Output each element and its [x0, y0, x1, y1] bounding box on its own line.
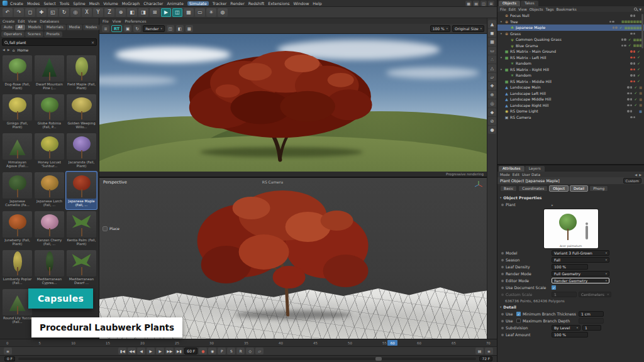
snap-icon[interactable]: ◆	[488, 108, 496, 116]
object-manager-menu-item[interactable]: Tags	[546, 8, 554, 11]
parameter-tab[interactable]: Phong	[589, 185, 608, 192]
editor-visibility-dot[interactable]	[630, 33, 633, 35]
enable-toggle[interactable]: ✓	[636, 67, 641, 71]
bucket-render-icon[interactable]: ▣	[124, 25, 131, 32]
parameter-tab[interactable]: Coordinates	[518, 185, 548, 192]
menu-item[interactable]: Tracker	[213, 1, 227, 6]
max-branch-depth-field[interactable]	[579, 318, 604, 324]
undo-icon[interactable]: ↶	[3, 8, 13, 17]
layout-animate-icon[interactable]: ▤	[473, 1, 479, 6]
object-row[interactable]: ♣ Japanese Maple ✓ ▦▦▦▦▦▦	[497, 25, 644, 31]
custom-scale-field[interactable]: 1	[552, 292, 577, 297]
workplane-mode-icon[interactable]: ▭	[488, 47, 496, 55]
expand-icon[interactable]: ▸	[552, 203, 553, 207]
asset-item[interactable]: Dwarf Mountain Pine (...	[34, 55, 65, 92]
render-visibility-dot[interactable]	[633, 33, 636, 35]
enable-toggle[interactable]: ✓	[628, 38, 632, 41]
object-row[interactable]: ▾ ⊕ Tree ▦▦▦▦▦▦▦	[497, 19, 644, 25]
visibility-dots[interactable]	[630, 62, 635, 65]
render-view-icon[interactable]: ◧	[127, 8, 137, 17]
enable-toggle[interactable]: ✓	[636, 74, 641, 77]
perspective-viewport[interactable]: Perspective RS Camera Place	[99, 178, 487, 339]
editor-visibility-dot[interactable]	[609, 21, 612, 23]
points-mode-icon[interactable]: ∴	[488, 55, 496, 63]
asset-item[interactable]: Himalayan Agave (Fall...	[2, 133, 33, 170]
search-icon[interactable]	[634, 8, 637, 11]
menu-item[interactable]: Mesh	[89, 1, 100, 6]
visibility-dots[interactable]	[627, 110, 632, 112]
asset-item[interactable]: Globe Robinia (Fall, P...	[34, 94, 65, 131]
material-tag-chips[interactable]: ▦	[639, 97, 642, 101]
visibility-dots[interactable]	[627, 92, 632, 95]
rt-button[interactable]: RT	[111, 25, 122, 32]
editor-visibility-dot[interactable]	[630, 62, 633, 65]
pla-key-icon[interactable]: ▱	[255, 348, 264, 354]
render-visibility-dot[interactable]	[630, 86, 633, 89]
c4d-logo-icon[interactable]	[3, 1, 8, 6]
visibility-dots[interactable]	[609, 21, 614, 23]
render-visibility-dot[interactable]	[633, 74, 636, 77]
prev-key-icon[interactable]: ◀◀	[128, 348, 136, 354]
editor-visibility-dot[interactable]	[630, 74, 633, 77]
visibility-dots[interactable]	[630, 50, 635, 53]
min-branch-thickness-field[interactable]: 1 cm	[579, 311, 604, 317]
search-input[interactable]	[9, 40, 89, 45]
object-name[interactable]: RS Matrix - Left Hill	[510, 55, 629, 60]
object-name[interactable]: Blue Grama	[516, 43, 620, 48]
editor-visibility-dot[interactable]	[613, 26, 615, 29]
forward-icon[interactable]: ▶	[8, 48, 10, 52]
ab-compare-icon[interactable]: ◧	[176, 25, 184, 32]
editor-visibility-dot[interactable]	[630, 80, 633, 83]
object-row[interactable]: ▾ ⊕ Grass	[497, 31, 644, 37]
scrollbar[interactable]	[641, 14, 643, 48]
object-name[interactable]: RS Matrix - Main Ground	[510, 49, 629, 53]
material-tag-chips[interactable]: ▦	[639, 85, 642, 89]
object-name[interactable]: Focus Null	[510, 13, 629, 18]
menu-item[interactable]: Simulate	[187, 1, 209, 6]
aov-icon[interactable]: ▦	[186, 25, 193, 32]
editor-visibility-dot[interactable]	[630, 116, 633, 119]
panel-tab[interactable]: Takes	[521, 1, 538, 6]
asset-item[interactable]: Jacaranda (Fall, Plant)	[66, 133, 97, 170]
object-row[interactable]: ⊕ Focus Null	[497, 13, 644, 19]
menu-item[interactable]: Redshift	[248, 1, 265, 6]
menu-item[interactable]: Tools	[60, 1, 70, 6]
enable-toggle[interactable]: ✓	[636, 50, 641, 53]
keyframe-dot-icon[interactable]	[501, 313, 504, 315]
object-row[interactable]: ▲ Landscape Middle Hill ✓ ▦	[497, 96, 644, 102]
rotation-key-icon[interactable]: R	[236, 348, 245, 354]
next-frame-icon[interactable]: ▶	[156, 348, 164, 354]
prev-frame-icon[interactable]: ◀	[137, 348, 145, 354]
live-selection-icon[interactable]: ◻	[25, 8, 35, 17]
redo-icon[interactable]: ↷	[14, 8, 24, 17]
keyframe-dot-icon[interactable]	[501, 280, 504, 282]
hud-toggle-icon[interactable]: ▤	[475, 348, 484, 354]
expand-arrow-icon[interactable]: ▾	[499, 68, 503, 71]
scale-key-icon[interactable]: S	[227, 348, 235, 354]
object-name[interactable]: Landscape Left Hill	[510, 91, 626, 96]
simulation-icon[interactable]: ✳	[206, 8, 216, 17]
zoom-dropdown[interactable]: 100 % ▾	[430, 25, 450, 32]
panel-tab[interactable]: Layers	[525, 166, 545, 172]
lock-z-icon[interactable]: Z	[104, 8, 114, 17]
menu-item[interactable]: Volume	[103, 1, 118, 6]
menu-item[interactable]: Animate	[167, 1, 183, 6]
range-slider[interactable]	[18, 358, 477, 360]
section-header[interactable]: ▾ Detail	[500, 305, 641, 309]
play-icon[interactable]: ▶	[147, 348, 155, 354]
use-document-scale-checkbox[interactable]: ✓	[552, 285, 556, 290]
lock-y-icon[interactable]: Y	[93, 8, 103, 17]
editor-visibility-dot[interactable]	[627, 104, 630, 107]
range-slider-handle[interactable]	[375, 357, 382, 361]
timeline-ruler[interactable]: 0510152025303540455055606570 60	[0, 339, 497, 346]
subdivision-level-field[interactable]: 1	[582, 325, 601, 331]
clear-search-icon[interactable]: ✕	[91, 40, 94, 45]
object-row[interactable]: ψ Blue Grama ✓ ▦▦▦	[497, 43, 644, 49]
visibility-dots[interactable]	[630, 116, 635, 119]
keyframe-dot-icon[interactable]	[501, 334, 504, 336]
timeline-options-icon[interactable]: ≡	[485, 348, 493, 354]
render-visibility-dot[interactable]	[633, 62, 636, 65]
asset-item[interactable]: Mediterranean Dwarf ...	[66, 250, 97, 287]
maple-tree-model[interactable]	[189, 183, 390, 318]
menu-item[interactable]: Character	[143, 1, 163, 6]
